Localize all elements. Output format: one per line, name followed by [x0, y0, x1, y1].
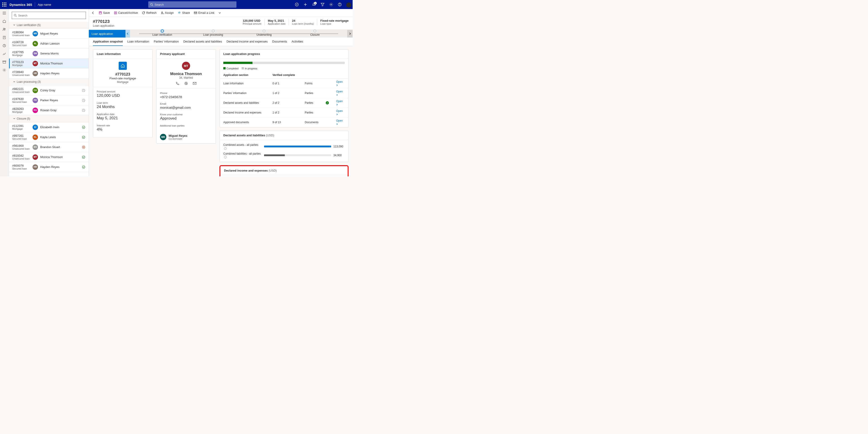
list-row[interactable]: #112391MortgageEIElizabeth Irwin	[9, 122, 89, 132]
row-id: #197630	[12, 97, 33, 101]
svg-point-29	[82, 156, 85, 158]
app-name-label[interactable]: App name	[38, 3, 51, 6]
list-row[interactable]: #770123MortgageMTMonica Thomson	[9, 59, 89, 68]
open-link[interactable]: Open	[336, 100, 343, 106]
chart-icon[interactable]	[2, 52, 6, 56]
at-icon[interactable]	[184, 82, 188, 85]
email-button[interactable]: Email a Link	[194, 11, 214, 14]
asset-label: Combined assets - all parties i	[223, 143, 262, 150]
meta-value: 24	[292, 19, 314, 22]
stage-node[interactable]: Closure	[289, 31, 340, 36]
list-row[interactable]: #600078Secured loanHRHayden Reyes	[9, 162, 89, 172]
help-icon[interactable]	[338, 2, 342, 6]
row-name: Serena Morris	[40, 52, 59, 55]
stage-collapse-button[interactable]	[125, 30, 130, 37]
settings-icon[interactable]	[329, 2, 333, 6]
cell-type: Parties	[301, 98, 322, 108]
list-row[interactable]: #197630Secured loanPRParker Reyes	[9, 95, 89, 105]
record-subtitle: Loan application	[93, 24, 114, 27]
home-icon[interactable]	[2, 20, 6, 24]
assign-button[interactable]: Assign	[161, 11, 174, 14]
save-button[interactable]: Save	[99, 11, 110, 14]
gear-icon[interactable]	[2, 68, 6, 72]
tab[interactable]: Parties' information	[154, 37, 179, 46]
top-bar: Dynamics 365 App name 1	[0, 0, 352, 9]
mail-icon[interactable]	[193, 82, 196, 85]
brand-label: Dynamics 365	[9, 3, 32, 6]
stage-node[interactable]: Loan processing	[188, 31, 239, 36]
add-icon[interactable]	[303, 2, 307, 6]
clock-icon	[82, 108, 86, 112]
applicant-name[interactable]: Monica Thomson	[160, 72, 213, 76]
list-row[interactable]: #106728Secured loanALAdrian Lawson	[9, 39, 89, 49]
cancel-button[interactable]: Cancel/Archive	[114, 11, 138, 14]
list-row[interactable]: #561900Unsecured loanBSBrandon Stuart	[9, 142, 89, 152]
loan-info-title: Loan information	[93, 50, 152, 59]
tab[interactable]: Application snapshot	[93, 37, 123, 46]
clock-icon[interactable]	[2, 44, 6, 48]
check-circle-icon	[82, 165, 86, 169]
progress-legend: Completed In progress	[220, 67, 348, 72]
building-icon[interactable]	[2, 36, 6, 40]
global-search-input[interactable]	[155, 3, 235, 6]
section-title: Loan processing (3)	[17, 80, 41, 84]
search-icon	[14, 14, 17, 17]
open-link[interactable]: Open	[336, 110, 343, 116]
list-section-header[interactable]: Closure (5)	[9, 115, 89, 122]
record-list-panel: Loan verification (5)#198364Unsecured lo…	[9, 9, 89, 176]
notifications-icon[interactable]: 1	[312, 2, 316, 6]
row-name: Rowan Gray	[40, 108, 57, 112]
global-search[interactable]	[148, 1, 237, 8]
back-button[interactable]	[92, 11, 95, 14]
search-icon	[150, 3, 153, 6]
open-link[interactable]: Open	[336, 119, 343, 125]
list-search[interactable]	[12, 12, 86, 19]
menu-icon[interactable]	[2, 11, 6, 16]
account-avatar[interactable]	[346, 2, 350, 6]
archive-icon[interactable]	[2, 60, 6, 64]
cell-verified: 9 of 13	[269, 118, 301, 127]
list-row[interactable]: #997261Secured loanKLKayla Lewis	[9, 132, 89, 142]
open-link[interactable]: Open	[336, 80, 343, 87]
stage-advance-button[interactable]	[347, 30, 352, 37]
cell-section: Approved documents	[220, 118, 269, 127]
list-row[interactable]: #197765MortgageSMSerena Morris	[9, 49, 89, 59]
stage-node[interactable]: Loan verification	[137, 31, 188, 36]
assistant-icon[interactable]	[295, 2, 299, 6]
info-icon[interactable]: i	[224, 156, 227, 158]
svg-rect-18	[3, 61, 6, 63]
row-type: Unsecured loan	[12, 34, 33, 37]
tab[interactable]: Documents	[272, 37, 287, 46]
list-row[interactable]: #829263MortgageRGRowan Gray	[9, 105, 89, 115]
tab[interactable]: Activities	[291, 37, 303, 46]
cell-type: Parties	[301, 108, 322, 118]
open-link[interactable]: Open	[336, 90, 343, 96]
info-icon[interactable]: i	[224, 147, 227, 150]
list-section-header[interactable]: Loan processing (3)	[9, 79, 89, 86]
stage-node[interactable]: Underwriting	[239, 31, 289, 36]
tab[interactable]: Loan information	[127, 37, 149, 46]
list-row[interactable]: #819342Unsecured loanMTMonica Thomson	[9, 152, 89, 162]
filter-icon[interactable]	[320, 2, 324, 6]
tab[interactable]: Declared income and expenses	[226, 37, 268, 46]
refresh-button[interactable]: Refresh	[142, 11, 157, 14]
share-button[interactable]: Share	[178, 11, 190, 14]
more-commands-button[interactable]	[218, 11, 221, 14]
list-row[interactable]: #728940Unsecured loanHRHayden Reyes	[9, 68, 89, 79]
list-section-header[interactable]: Loan verification (5)	[9, 22, 89, 29]
tab[interactable]: Declared assets and liabilities	[183, 37, 222, 46]
command-bar: Save Cancel/Archive Refresh Assign Share…	[89, 9, 352, 17]
app-launcher-icon[interactable]	[2, 2, 6, 6]
list-search-input[interactable]	[18, 14, 84, 17]
loan-type: Fixed-rate mortgage	[96, 76, 149, 80]
row-id: #106728	[12, 40, 33, 44]
loan-info-card: Loan information #770123 Fixed-rate mort…	[93, 49, 153, 137]
people-icon[interactable]	[2, 28, 6, 32]
co-borrower-row[interactable]: MR Miguel Reyes Co-borrower	[156, 132, 216, 143]
progress-row: Approved documents9 of 13DocumentsOpen	[220, 118, 348, 127]
list-row[interactable]: #982221Unsecured loanCGCorey Gray	[9, 86, 89, 95]
field-value: 4%	[97, 127, 149, 132]
stage-current[interactable]: Loan application	[89, 30, 125, 37]
phone-icon[interactable]	[176, 82, 179, 85]
list-row[interactable]: #198364Unsecured loanMRMiguel Reyes	[9, 29, 89, 39]
